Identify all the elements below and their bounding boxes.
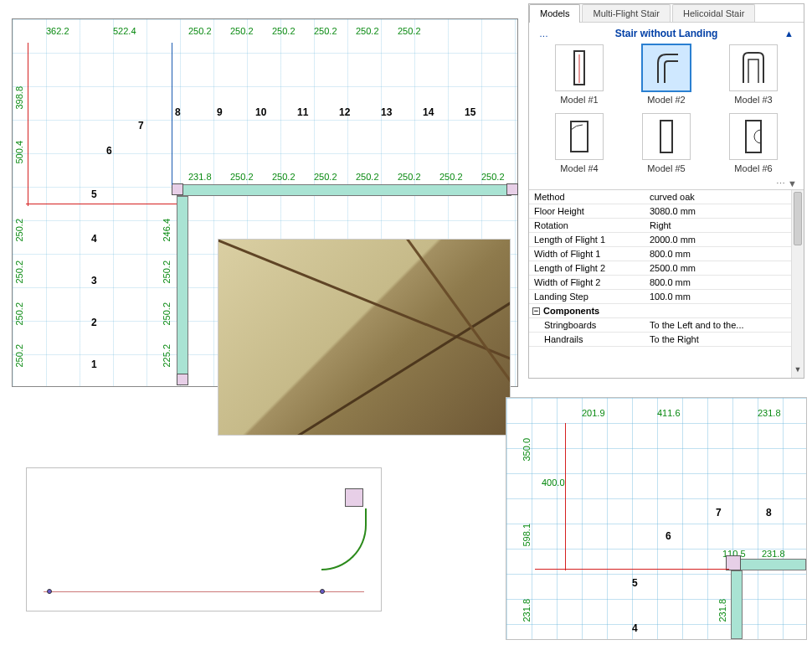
dim-v-3: 250.2: [14, 261, 24, 284]
section-prev-icon[interactable]: …: [539, 28, 548, 39]
step-d-5: 2: [91, 317, 97, 328]
plan-bottom-left: [26, 467, 382, 611]
tab-models[interactable]: Models: [529, 4, 580, 23]
tab-multiflight[interactable]: Multi-Flight Stair: [582, 4, 670, 22]
prop-handrails-val[interactable]: To the Right: [645, 333, 804, 346]
model-card-2[interactable]: Model #2: [628, 44, 705, 105]
prop-handrails[interactable]: HandrailsTo the Right: [529, 333, 804, 347]
prop-stringboards[interactable]: StringboardsTo the Left and to the...: [529, 318, 804, 333]
dim-h-1: 522.4: [113, 26, 136, 36]
mini-newel-post: [345, 488, 363, 507]
prop-wid-f1-key: Width of Flight 1: [529, 247, 645, 261]
propgrid-scrollbar[interactable]: ▲ ▼: [791, 190, 804, 378]
prop-floor-height-key: Floor Height: [529, 204, 645, 218]
dim-m-3: 250.2: [314, 172, 337, 182]
dim-v-5: 250.2: [14, 344, 24, 368]
prop-handrails-key: Handrails: [529, 333, 645, 346]
tab-helicoidal[interactable]: Helicoidal Stair: [672, 4, 755, 22]
zstep-4: 4: [632, 622, 638, 634]
zdim-r-1: 231.8: [762, 549, 785, 559]
zoom-rail-h: [734, 559, 806, 570]
models-section-header: … Stair without Landing ▲: [529, 23, 804, 41]
zstep-3: 5: [632, 577, 638, 589]
scroll-thumb[interactable]: [794, 192, 802, 245]
dim-h-0: 362.2: [46, 26, 69, 36]
model-card-4[interactable]: Model #4: [541, 113, 618, 173]
dim-m-2: 250.2: [272, 172, 296, 182]
dim-c-1: 250.2: [162, 261, 172, 284]
prop-len-f2[interactable]: Length of Flight 22500.0 mm: [529, 261, 804, 276]
prop-floor-height[interactable]: Floor Height3080.0 mm: [529, 204, 804, 219]
model-label-1: Model #1: [560, 95, 598, 105]
stair-3d-render: [218, 239, 511, 436]
scroll-down-icon[interactable]: ▼: [792, 365, 804, 378]
prop-len-f1[interactable]: Length of Flight 12000.0 mm: [529, 233, 804, 247]
model-label-6: Model #6: [734, 163, 772, 173]
model-icon-5: [642, 113, 691, 160]
prop-landing-val[interactable]: 100.0 mm: [645, 290, 804, 303]
zdim-l-0: 350.0: [522, 438, 532, 462]
model-icon-3: [729, 44, 778, 91]
prop-stringboards-val[interactable]: To the Left and to the...: [645, 318, 804, 332]
model-card-1[interactable]: Model #1: [541, 44, 618, 105]
step-t-4: 12: [339, 106, 350, 118]
step-t-1: 9: [217, 106, 223, 118]
handrail-horizontal: [177, 184, 511, 196]
dim-c-3: 225.2: [162, 344, 172, 368]
prop-rotation[interactable]: RotationRight: [529, 219, 804, 233]
model-label-5: Model #5: [647, 163, 685, 173]
red-guide-1: [26, 204, 177, 204]
prop-method[interactable]: Methodcurved oak: [529, 190, 804, 204]
model-icon-4: [555, 113, 604, 160]
prop-floor-height-val[interactable]: 3080.0 mm: [645, 204, 804, 218]
expand-icon[interactable]: −: [532, 307, 540, 315]
model-icon-1: [555, 44, 604, 91]
dim-v-4: 250.2: [14, 302, 24, 326]
dim-h-3: 250.2: [230, 26, 254, 36]
step-t-5: 13: [381, 106, 392, 118]
prop-landing[interactable]: Landing Step100.0 mm: [529, 290, 804, 304]
model-label-3: Model #3: [734, 95, 772, 105]
zoom-grid: [506, 398, 806, 639]
dim-v-0: 398.8: [14, 86, 24, 110]
prop-rotation-val[interactable]: Right: [645, 219, 804, 232]
model-card-3[interactable]: Model #3: [715, 44, 792, 105]
section-collapse-icon[interactable]: ▲: [784, 28, 794, 39]
zstep-1: 7: [716, 507, 722, 519]
dim-h-2: 250.2: [188, 26, 212, 36]
dim-m-4: 250.2: [356, 172, 379, 182]
tab-bar: Models Multi-Flight Stair Helicoidal Sta…: [529, 4, 804, 23]
zstep-0: 8: [766, 507, 772, 519]
mini-baseline: [44, 591, 364, 592]
model-label-2: Model #2: [647, 95, 685, 105]
plan-bottom-right: 201.9 411.6 231.8 350.0 400.0 598.1 231.…: [506, 397, 807, 640]
model-card-5[interactable]: Model #5: [628, 113, 705, 173]
dim-h-6: 250.2: [356, 26, 379, 36]
prop-group-components[interactable]: −Components: [529, 304, 804, 318]
newel-post-end: [506, 183, 518, 195]
property-grid[interactable]: Methodcurved oak Floor Height3080.0 mm R…: [529, 189, 804, 378]
prop-method-val[interactable]: curved oak: [645, 190, 804, 204]
dim-h-7: 250.2: [398, 26, 421, 36]
svg-rect-2: [571, 121, 588, 152]
prop-wid-f2[interactable]: Width of Flight 2800.0 mm: [529, 276, 804, 290]
prop-len-f2-val[interactable]: 2500.0 mm: [645, 261, 804, 275]
zoom-red-1: [565, 423, 566, 570]
model-grid: Model #1 Model #2 Model #3 Model #4 Mode…: [529, 41, 804, 178]
prop-wid-f2-val[interactable]: 800.0 mm: [645, 276, 804, 289]
step-d-2: 5: [91, 188, 97, 200]
zdim-t-0: 201.9: [582, 408, 605, 418]
model-icon-6: [729, 113, 778, 160]
model-card-6[interactable]: Model #6: [715, 113, 792, 173]
prop-len-f1-val[interactable]: 2000.0 mm: [645, 233, 804, 246]
step-d-4: 3: [91, 275, 97, 286]
prop-wid-f1-val[interactable]: 800.0 mm: [645, 247, 804, 261]
step-d-0: 7: [138, 120, 144, 132]
newel-post-bottom: [177, 374, 188, 385]
prop-len-f2-key: Length of Flight 2: [529, 261, 645, 275]
step-t-2: 10: [255, 106, 266, 118]
dim-h-4: 250.2: [272, 26, 296, 36]
models-more-icon[interactable]: ⋯ ▼: [529, 178, 804, 189]
prop-wid-f2-key: Width of Flight 2: [529, 276, 645, 289]
prop-wid-f1[interactable]: Width of Flight 1800.0 mm: [529, 247, 804, 261]
